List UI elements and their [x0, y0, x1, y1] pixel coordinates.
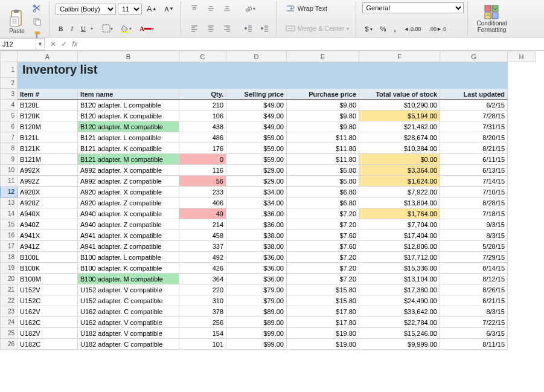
- bold-button[interactable]: B: [56, 23, 66, 34]
- header-total[interactable]: Total value of stock: [359, 89, 440, 100]
- percent-button[interactable]: %: [377, 24, 389, 34]
- row-header[interactable]: 2: [1, 78, 18, 89]
- cell[interactable]: 0: [179, 154, 226, 165]
- cell[interactable]: 233: [179, 187, 226, 198]
- cell[interactable]: $89.00: [226, 317, 287, 328]
- cell[interactable]: $36.00: [226, 274, 287, 284]
- cell[interactable]: $7,704.00: [359, 219, 440, 230]
- align-right-button[interactable]: [220, 22, 234, 34]
- cell[interactable]: $17,712.00: [359, 252, 440, 263]
- cell[interactable]: B100 adapter. L compatible: [78, 252, 179, 263]
- cell[interactable]: 210: [179, 100, 226, 111]
- cell[interactable]: 6/3/15: [440, 328, 508, 339]
- cell[interactable]: B120 adapter. K compatible: [78, 111, 179, 121]
- cell[interactable]: A920X: [18, 187, 78, 198]
- cell[interactable]: U162C: [18, 317, 78, 328]
- cell[interactable]: $49.00: [226, 121, 287, 132]
- cell[interactable]: $11.80: [287, 132, 359, 143]
- cell[interactable]: 214: [179, 219, 226, 230]
- cell[interactable]: 7/29/15: [440, 252, 508, 263]
- column-header[interactable]: G: [440, 51, 508, 62]
- cell[interactable]: $7.20: [287, 219, 359, 230]
- cell[interactable]: B100K: [18, 263, 78, 274]
- cell[interactable]: $12,806.00: [359, 241, 440, 252]
- cell[interactable]: $9,999.00: [359, 339, 440, 350]
- cell[interactable]: 7/10/15: [440, 187, 508, 198]
- cell[interactable]: $15.80: [287, 295, 359, 306]
- cell[interactable]: B120M: [18, 121, 78, 132]
- cell[interactable]: 8/28/15: [440, 198, 508, 208]
- cell[interactable]: $15,246.00: [359, 328, 440, 339]
- column-header[interactable]: D: [226, 51, 287, 62]
- cell[interactable]: $9.80: [287, 111, 359, 121]
- cell[interactable]: 8/26/15: [440, 284, 508, 295]
- cell[interactable]: A940Z: [18, 219, 78, 230]
- align-top-button[interactable]: [187, 2, 202, 14]
- row-header[interactable]: 10: [1, 165, 18, 176]
- row-header[interactable]: 11: [1, 176, 18, 187]
- cell[interactable]: $9.80: [287, 121, 359, 132]
- spreadsheet-grid[interactable]: ABCDEFGH 1 Inventory list 2 3 Item # Ite…: [0, 51, 544, 392]
- cell[interactable]: 486: [179, 132, 226, 143]
- underline-button[interactable]: U: [78, 23, 89, 34]
- comma-button[interactable]: ,: [391, 24, 398, 34]
- row-header[interactable]: 22: [1, 295, 18, 306]
- column-header[interactable]: A: [18, 51, 78, 62]
- cell[interactable]: $6.80: [287, 198, 359, 208]
- font-size-select[interactable]: 11: [118, 4, 142, 14]
- cell[interactable]: $19.80: [287, 339, 359, 350]
- cell[interactable]: 8/14/15: [440, 263, 508, 274]
- cell[interactable]: 438: [179, 121, 226, 132]
- cell[interactable]: 8/11/15: [440, 339, 508, 350]
- cell[interactable]: $1,764.00: [359, 208, 440, 219]
- row-header[interactable]: 17: [1, 241, 18, 252]
- font-color-button[interactable]: A▾: [136, 23, 157, 34]
- cell[interactable]: $5.80: [287, 176, 359, 187]
- copy-button[interactable]: [30, 16, 45, 28]
- cancel-formula-button[interactable]: ✕: [48, 40, 58, 48]
- cell[interactable]: B120 adapter. L compatible: [78, 100, 179, 111]
- cell[interactable]: 256: [179, 317, 226, 328]
- font-decrease-button[interactable]: A▼: [162, 4, 177, 14]
- cell[interactable]: $17.80: [287, 317, 359, 328]
- cell[interactable]: $99.00: [226, 339, 287, 350]
- cell[interactable]: 176: [179, 143, 226, 154]
- cell[interactable]: B120 adapter. M compatible: [78, 121, 179, 132]
- cell[interactable]: $5.80: [287, 165, 359, 176]
- cell[interactable]: A992X: [18, 165, 78, 176]
- cell[interactable]: $33,642.00: [359, 306, 440, 317]
- cell[interactable]: $38.00: [226, 230, 287, 241]
- cell[interactable]: $10,384.00: [359, 143, 440, 154]
- cell[interactable]: 492: [179, 252, 226, 263]
- cell[interactable]: B121 adapter. M compatible: [78, 154, 179, 165]
- accept-formula-button[interactable]: ✓: [59, 40, 69, 48]
- name-box-dropdown[interactable]: ▼: [36, 38, 45, 50]
- number-format-select[interactable]: General: [362, 2, 464, 13]
- conditional-formatting-button[interactable]: Conditional Formatting: [474, 2, 510, 35]
- cell[interactable]: 337: [179, 241, 226, 252]
- cell[interactable]: $29.00: [226, 165, 287, 176]
- row-header[interactable]: 4: [1, 100, 18, 111]
- cell[interactable]: U162 adapter. C compatible: [78, 306, 179, 317]
- cell[interactable]: 378: [179, 306, 226, 317]
- cell[interactable]: $10,290.00: [359, 100, 440, 111]
- cell[interactable]: 8/3/15: [440, 230, 508, 241]
- cell[interactable]: $1,624.00: [359, 176, 440, 187]
- cell[interactable]: B120K: [18, 111, 78, 121]
- cell[interactable]: A992Z: [18, 176, 78, 187]
- cell[interactable]: $7.60: [287, 230, 359, 241]
- header-item-num[interactable]: Item #: [18, 89, 78, 100]
- cut-button[interactable]: [30, 2, 45, 14]
- cell[interactable]: $19.80: [287, 328, 359, 339]
- wrap-text-button[interactable]: Wrap Text: [283, 2, 330, 14]
- formula-input[interactable]: [83, 38, 544, 50]
- cell[interactable]: 116: [179, 165, 226, 176]
- name-box[interactable]: J12: [0, 38, 36, 50]
- cell[interactable]: $49.00: [226, 100, 287, 111]
- cell[interactable]: $7.20: [287, 208, 359, 219]
- cell[interactable]: 7/18/15: [440, 208, 508, 219]
- cell[interactable]: $7.60: [287, 241, 359, 252]
- cell[interactable]: $38.00: [226, 241, 287, 252]
- column-header[interactable]: C: [179, 51, 226, 62]
- cell[interactable]: A941X: [18, 230, 78, 241]
